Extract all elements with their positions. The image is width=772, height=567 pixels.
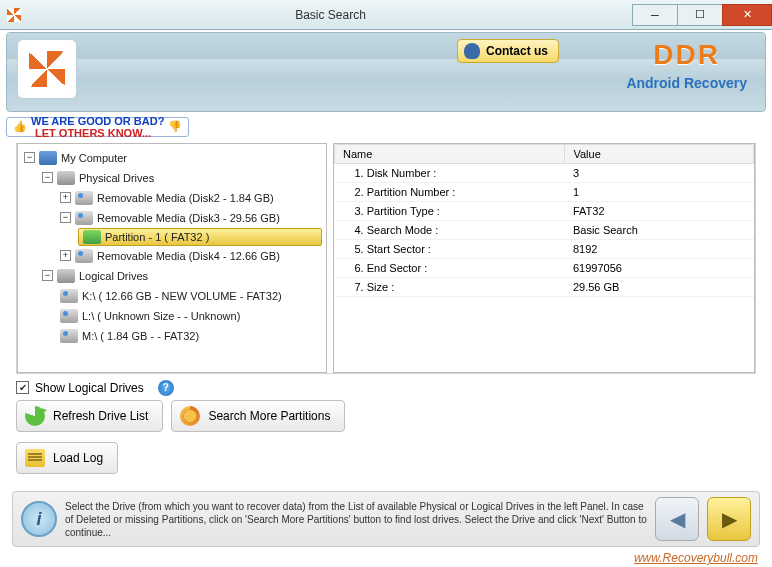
window-title: Basic Search: [28, 8, 633, 22]
search-more-partitions-button[interactable]: Search More Partitions: [171, 400, 345, 432]
tree-drive-disk3[interactable]: −Removable Media (Disk3 - 29.56 GB): [60, 208, 322, 228]
tree-logical-m[interactable]: M:\ ( 1.84 GB - - FAT32): [60, 326, 322, 346]
info-icon: i: [21, 501, 57, 537]
maximize-button[interactable]: ☐: [677, 4, 723, 26]
app-logo: [17, 39, 77, 99]
tree-logical-k[interactable]: K:\ ( 12.66 GB - NEW VOLUME - FAT32): [60, 286, 322, 306]
tree-logical-l[interactable]: L:\ ( Unknown Size - - Unknown): [60, 306, 322, 326]
detail-header-value: Value: [565, 144, 754, 163]
detail-header-name: Name: [335, 144, 565, 163]
help-icon[interactable]: ?: [158, 380, 174, 396]
promo-banner[interactable]: 👍 WE ARE GOOD OR BAD? LET OTHERS KNOW...…: [6, 117, 189, 137]
tree-root-my-computer[interactable]: −My Computer: [24, 148, 322, 168]
load-log-button[interactable]: Load Log: [16, 442, 118, 474]
contact-us-button[interactable]: Contact us: [457, 39, 559, 63]
window-titlebar: Basic Search ─ ☐ ✕: [0, 0, 772, 30]
detail-row: 3. Partition Type :FAT32: [335, 201, 754, 220]
thumb-up-icon: 👍: [13, 120, 27, 133]
watermark-link[interactable]: www.Recoverybull.com: [634, 551, 758, 565]
detail-row: 7. Size :29.56 GB: [335, 277, 754, 296]
detail-row: 2. Partition Number :1: [335, 182, 754, 201]
brand-logo-text: DDR: [626, 41, 747, 69]
show-logical-drives-checkbox[interactable]: ✔: [16, 381, 29, 394]
minimize-button[interactable]: ─: [632, 4, 678, 26]
detail-row: 6. End Sector :61997056: [335, 258, 754, 277]
thumb-down-icon: 👎: [168, 120, 182, 133]
refresh-icon: [25, 406, 45, 426]
next-button[interactable]: ▶: [707, 497, 751, 541]
detail-row: 1. Disk Number :3: [335, 163, 754, 182]
detail-row: 5. Start Sector :8192: [335, 239, 754, 258]
partition-detail-panel: Name Value 1. Disk Number :32. Partition…: [333, 143, 755, 373]
tree-drive-disk4[interactable]: +Removable Media (Disk4 - 12.66 GB): [60, 246, 322, 266]
tree-drive-disk2[interactable]: +Removable Media (Disk2 - 1.84 GB): [60, 188, 322, 208]
tree-physical-drives[interactable]: −Physical Drives: [42, 168, 322, 188]
promo-line1: WE ARE GOOD OR BAD?: [31, 115, 164, 127]
show-logical-drives-label: Show Logical Drives: [35, 381, 144, 395]
refresh-drive-list-button[interactable]: Refresh Drive List: [16, 400, 163, 432]
promo-line2: LET OTHERS KNOW...: [35, 127, 151, 139]
hint-text: Select the Drive (from which you want to…: [65, 500, 647, 539]
brand-block: DDR Android Recovery: [626, 41, 747, 91]
back-button[interactable]: ◀: [655, 497, 699, 541]
app-icon: [0, 8, 28, 22]
brand-subtitle: Android Recovery: [626, 75, 747, 91]
header-banner: Contact us DDR Android Recovery: [6, 32, 766, 112]
tree-logical-drives[interactable]: −Logical Drives: [42, 266, 322, 286]
pie-search-icon: [180, 406, 200, 426]
footer-hint-bar: i Select the Drive (from which you want …: [12, 491, 760, 547]
log-icon: [25, 449, 45, 467]
close-button[interactable]: ✕: [722, 4, 772, 26]
drive-tree-panel[interactable]: −My Computer −Physical Drives +Removable…: [17, 143, 327, 373]
tree-partition-1[interactable]: Partition - 1 ( FAT32 ): [78, 228, 322, 246]
detail-row: 4. Search Mode :Basic Search: [335, 220, 754, 239]
